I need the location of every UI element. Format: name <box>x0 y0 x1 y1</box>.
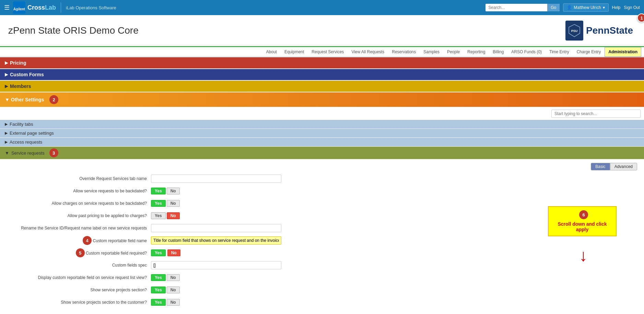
step-4-indicator: 4 <box>83 236 92 245</box>
display-custom-field-control: Yes No <box>151 274 281 281</box>
custom-field-required-no-button[interactable]: No <box>167 249 180 256</box>
allow-past-pricing-row: Allow past pricing to be applied to char… <box>7 211 637 221</box>
tab-view-all-requests[interactable]: View All Requests <box>348 47 388 57</box>
user-menu-button[interactable]: 👤 Matthew Ulrich ▾ <box>563 3 608 12</box>
show-service-projects-customer-control: Yes No <box>151 299 281 306</box>
other-settings-section-bar[interactable]: ▼ Other Settings 2 <box>0 92 644 107</box>
custom-fields-spec-row: Custom fields spec <box>7 260 637 270</box>
scroll-arrow-icon: ↓ <box>579 247 587 264</box>
step-2-indicator: 2 <box>49 95 58 104</box>
allow-past-pricing-yes-button[interactable]: Yes <box>151 212 166 219</box>
show-service-projects-customer-no-button[interactable]: No <box>167 299 180 306</box>
custom-field-required-control: Yes No <box>151 249 281 256</box>
allow-backdated-yes-button[interactable]: Yes <box>151 188 166 194</box>
show-service-projects-no-button[interactable]: No <box>167 287 180 293</box>
tab-administration[interactable]: Administration <box>605 47 641 57</box>
allow-charges-backdated-control: Yes No <box>151 200 281 207</box>
logo: Agilent CrossLab <box>13 1 56 14</box>
tab-samples[interactable]: Samples <box>420 47 443 57</box>
rename-service-id-label: Rename the Service ID/Request name label… <box>7 226 151 231</box>
custom-field-name-label: 4 Custom reportable field name <box>7 236 151 245</box>
external-page-subsection[interactable]: ▶ External page settings <box>0 129 644 137</box>
display-custom-field-no-button[interactable]: No <box>167 274 180 281</box>
service-requests-arrow-icon: ▼ <box>5 150 9 156</box>
custom-field-name-input[interactable] <box>151 236 281 245</box>
custom-forms-section-bar[interactable]: ▶ Custom Forms <box>0 69 644 80</box>
user-name-label: Matthew Ulrich <box>574 5 601 10</box>
service-requests-label: Service requests <box>11 150 45 156</box>
signout-link[interactable]: Sign Out <box>624 5 640 10</box>
user-icon: 👤 <box>567 5 572 10</box>
svg-text:PSU: PSU <box>571 29 578 33</box>
tab-arso-funds[interactable]: ARSO Funds (0) <box>507 47 546 57</box>
nav-right: Go 👤 Matthew Ulrich ▾ Help Sign Out <box>485 3 640 12</box>
custom-forms-arrow-icon: ▶ <box>5 72 8 77</box>
custom-fields-spec-label: Custom fields spec <box>7 263 151 268</box>
tab-reporting[interactable]: Reporting <box>464 47 489 57</box>
penn-state-name-label: PennState <box>586 25 633 36</box>
tab-charge-entry[interactable]: Charge Entry <box>573 47 605 57</box>
override-tab-name-input[interactable] <box>151 175 281 183</box>
tab-equipment[interactable]: Equipment <box>281 47 308 57</box>
custom-fields-spec-input[interactable] <box>151 261 281 269</box>
facility-tabs-subsection[interactable]: ▶ Facility tabs <box>0 120 644 128</box>
settings-search-input[interactable] <box>551 110 641 118</box>
custom-field-required-yes-button[interactable]: Yes <box>151 249 166 256</box>
service-requests-form: Basic Advanced Override Request Services… <box>0 159 644 314</box>
access-requests-subsection[interactable]: ▶ Access requests <box>0 138 644 146</box>
show-service-projects-yes-button[interactable]: Yes <box>151 287 166 293</box>
pricing-section-bar[interactable]: ▶ Pricing <box>0 57 644 68</box>
basic-mode-button[interactable]: Basic <box>591 163 610 170</box>
allow-charges-backdated-label: Allow charges on service requests to be … <box>7 201 151 206</box>
show-service-projects-control: Yes No <box>151 287 281 293</box>
page-title: zPenn State ORIS Demo Core <box>8 25 139 36</box>
tab-request-services[interactable]: Request Services <box>308 47 348 57</box>
scroll-instruction-box: 6 Scroll down and click apply <box>548 206 617 236</box>
step-5-indicator: 5 <box>76 248 85 257</box>
members-label: Members <box>10 83 31 89</box>
allow-backdated-no-button[interactable]: No <box>167 188 180 194</box>
allow-past-pricing-control: Yes No <box>151 212 281 219</box>
allow-backdated-label: Allow service requests to be backdated? <box>7 189 151 193</box>
allow-charges-backdated-row: Allow charges on service requests to be … <box>7 199 637 208</box>
rename-service-id-control <box>151 224 281 232</box>
step-1-indicator: 1 <box>637 13 644 22</box>
display-custom-field-label: Display custom reportable field on servi… <box>7 275 151 280</box>
allow-charges-backdated-yes-button[interactable]: Yes <box>151 200 166 207</box>
nav-divider <box>61 2 61 13</box>
allow-charges-backdated-no-button[interactable]: No <box>167 200 180 207</box>
custom-field-name-control <box>151 236 281 245</box>
tab-reservations[interactable]: Reservations <box>388 47 420 57</box>
tab-about[interactable]: About <box>262 47 281 57</box>
show-service-projects-customer-row: Show service projects section to the cus… <box>7 298 637 307</box>
custom-field-required-label: 5 Custom reportable field required? <box>7 248 151 257</box>
go-button[interactable]: Go <box>547 4 560 11</box>
custom-fields-spec-control <box>151 261 281 269</box>
penn-state-logo: PSU PennState 1 <box>565 21 636 41</box>
access-requests-arrow-icon: ▶ <box>5 140 8 144</box>
mode-toggle: Basic Advanced <box>7 163 637 170</box>
members-section-bar[interactable]: ▶ Members <box>0 81 644 92</box>
external-page-arrow-icon: ▶ <box>5 131 8 135</box>
search-box: Go <box>485 4 560 11</box>
page-header: zPenn State ORIS Demo Core PSU PennState… <box>0 15 644 47</box>
show-service-projects-customer-yes-button[interactable]: Yes <box>151 299 166 306</box>
tab-billing[interactable]: Billing <box>489 47 507 57</box>
allow-backdated-row: Allow service requests to be backdated? … <box>7 186 637 196</box>
svg-text:Agilent: Agilent <box>13 7 25 11</box>
help-link[interactable]: Help <box>612 5 621 10</box>
content-wrapper: ▶ Pricing ▶ Custom Forms ▶ Members ▼ Oth… <box>0 57 644 314</box>
search-input[interactable] <box>485 4 547 11</box>
external-page-label: External page settings <box>10 131 54 136</box>
override-tab-name-control <box>151 175 281 183</box>
tab-people[interactable]: People <box>443 47 464 57</box>
crosslab-label: CrossLab <box>27 4 56 11</box>
allow-past-pricing-no-button[interactable]: No <box>167 212 180 219</box>
service-requests-subsection[interactable]: ▼ Service requests 3 <box>0 147 644 159</box>
advanced-mode-button[interactable]: Advanced <box>610 163 637 170</box>
display-custom-field-yes-button[interactable]: Yes <box>151 274 166 281</box>
scroll-instruction-text: Scroll down and click apply <box>553 221 611 232</box>
hamburger-icon[interactable]: ☰ <box>4 4 10 11</box>
rename-service-id-input[interactable] <box>151 224 281 232</box>
tab-time-entry[interactable]: Time Entry <box>546 47 573 57</box>
